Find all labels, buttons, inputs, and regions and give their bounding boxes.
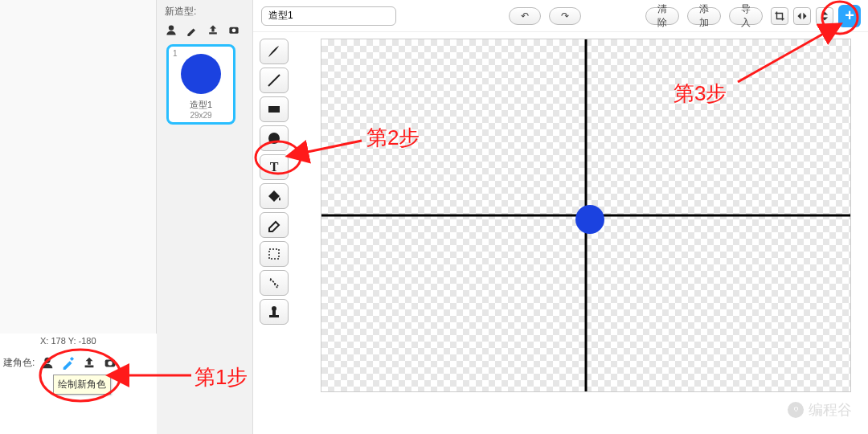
paint-sprite-tooltip: 绘制新角色 bbox=[53, 375, 111, 395]
wand-select-tool[interactable] bbox=[260, 270, 289, 296]
ellipse-tool[interactable] bbox=[260, 125, 289, 151]
drawing-canvas[interactable] bbox=[321, 39, 851, 392]
import-button[interactable]: 导入 bbox=[729, 7, 763, 25]
line-tool[interactable] bbox=[260, 68, 289, 93]
svg-rect-10 bbox=[269, 249, 279, 259]
choose-sprite-icon[interactable] bbox=[39, 354, 55, 371]
svg-point-0 bbox=[45, 358, 51, 363]
new-costume-label: 新造型: bbox=[165, 5, 249, 18]
costume-name-input[interactable] bbox=[261, 6, 396, 26]
costume-size: 29x29 bbox=[190, 111, 211, 120]
svg-point-9 bbox=[268, 133, 280, 144]
costume-preview bbox=[181, 54, 221, 94]
paint-editor: ↶ ↷ 清除 添加 导入 + T bbox=[253, 0, 868, 434]
clear-button[interactable]: 清除 bbox=[645, 7, 679, 25]
select-tool[interactable] bbox=[260, 241, 289, 267]
fill-tool[interactable] bbox=[260, 183, 289, 209]
wechat-icon: ೦ bbox=[788, 402, 804, 418]
set-center-button[interactable]: + bbox=[838, 5, 861, 27]
svg-point-13 bbox=[272, 306, 276, 311]
stamp-tool[interactable] bbox=[260, 299, 289, 325]
svg-point-4 bbox=[169, 25, 174, 30]
add-button[interactable]: 添加 bbox=[687, 7, 721, 25]
svg-rect-1 bbox=[70, 357, 74, 361]
svg-rect-11 bbox=[269, 315, 279, 317]
watermark-text: 编程谷 bbox=[809, 400, 852, 420]
svg-point-6 bbox=[232, 28, 236, 32]
costume-thumbnail[interactable]: 1 造型1 29x29 bbox=[166, 44, 235, 125]
editor-toolbar: ↶ ↷ 清除 添加 导入 + bbox=[253, 0, 868, 32]
stage-coords: X: 178 Y: -180 bbox=[40, 336, 96, 346]
undo-button[interactable]: ↶ bbox=[509, 7, 541, 25]
new-sprite-label: 建角色: bbox=[3, 356, 35, 370]
new-sprite-toolbar: 建角色: bbox=[0, 350, 157, 375]
redo-button[interactable]: ↷ bbox=[549, 7, 581, 25]
svg-point-3 bbox=[108, 361, 113, 365]
costume-tools bbox=[160, 22, 249, 43]
paint-costume-icon[interactable] bbox=[184, 22, 200, 38]
tool-palette: T bbox=[260, 39, 292, 325]
svg-rect-8 bbox=[268, 106, 280, 113]
text-tool[interactable]: T bbox=[260, 154, 289, 180]
costume-panel: 新造型: 1 造型1 29x29 bbox=[157, 0, 253, 434]
brush-tool[interactable] bbox=[260, 39, 289, 64]
crop-icon[interactable] bbox=[771, 7, 788, 25]
drawn-circle bbox=[575, 205, 604, 234]
svg-line-7 bbox=[268, 75, 280, 86]
paint-new-sprite-icon[interactable] bbox=[60, 354, 76, 371]
camera-sprite-icon[interactable] bbox=[102, 354, 118, 371]
rectangle-tool[interactable] bbox=[260, 96, 289, 122]
flip-vertical-icon[interactable] bbox=[816, 7, 833, 25]
watermark: ೦ 编程谷 bbox=[788, 400, 852, 420]
costume-index: 1 bbox=[173, 49, 178, 58]
camera-costume-icon[interactable] bbox=[226, 22, 242, 38]
upload-sprite-icon[interactable] bbox=[81, 354, 97, 371]
eraser-tool[interactable] bbox=[260, 212, 289, 238]
upload-costume-icon[interactable] bbox=[205, 22, 221, 38]
choose-costume-icon[interactable] bbox=[163, 22, 179, 38]
stage-area bbox=[0, 0, 157, 334]
costume-name: 造型1 bbox=[190, 99, 212, 111]
flip-horizontal-icon[interactable] bbox=[793, 7, 811, 25]
